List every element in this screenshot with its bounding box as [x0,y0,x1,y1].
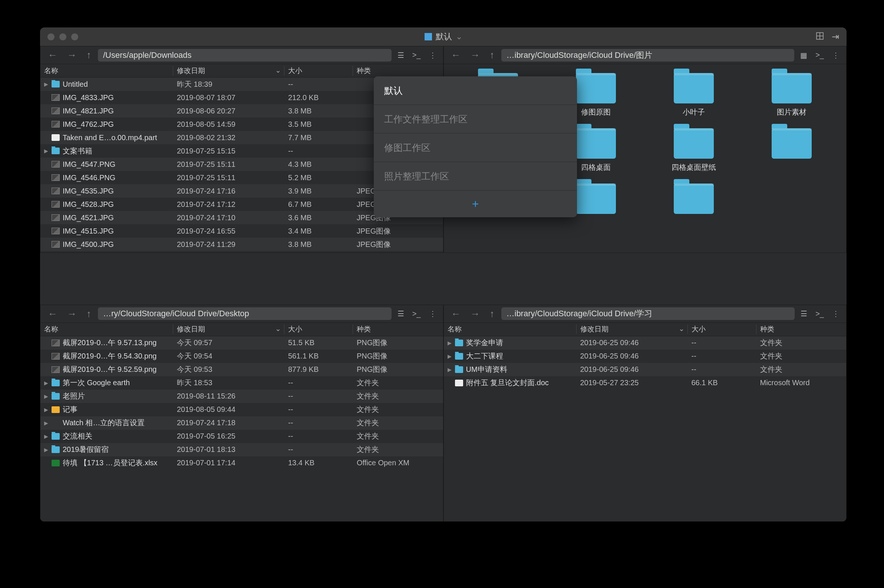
file-row[interactable]: 待填 【1713 …员登记表.xlsx2019-07-01 17:1413.4 … [41,456,443,470]
file-kind: 文件夹 [353,418,443,428]
folder-item[interactable]: 图片素材 [744,73,839,117]
file-row[interactable]: IMG_4515.JPG2019-07-24 16:553.4 MBJPEG图像 [41,224,443,238]
folder-item[interactable] [647,183,741,218]
file-date: 2019-08-06 20:27 [173,107,284,115]
header-name[interactable]: 名称 [41,66,173,76]
file-row[interactable]: ▶UM申请资料2019-06-25 09:46--文件夹 [444,363,846,376]
file-kind: 文件夹 [353,405,443,414]
file-date: 2019-08-05 14:59 [173,120,284,129]
minimize-icon[interactable] [59,33,66,40]
path-input[interactable]: …ibrary/CloudStorage/iCloud Drive/学习 [501,308,795,320]
up-button[interactable]: ↑ [487,308,498,320]
file-name: UM申请资料 [466,364,507,375]
path-input[interactable]: …ibrary/CloudStorage/iCloud Drive/图片 [501,49,795,62]
header-date[interactable]: 修改日期⌄ [173,324,284,334]
close-icon[interactable] [48,33,54,40]
file-size: -- [284,445,353,454]
folder-item[interactable]: 小叶子 [647,73,741,117]
layout-icon[interactable] [815,32,824,42]
file-kind: 文件夹 [353,431,443,441]
header-size[interactable]: 大小 [284,324,353,334]
icon-view-icon[interactable]: ▦ [798,51,809,60]
file-row[interactable]: ▶第一次 Google earth昨天 18:53--文件夹 [41,376,443,390]
file-row[interactable]: 截屏2019-0…午 9.52.59.png今天 09:53877.9 KBPN… [41,363,443,376]
folder-item[interactable] [744,128,839,172]
workspace-title: 默认 [436,31,452,42]
workspace-option[interactable]: 默认 [374,76,577,105]
file-row[interactable]: 截屏2019-0…午 9.57.13.png今天 09:5751.5 KBPNG… [41,336,443,350]
terminal-icon[interactable]: >_ [813,51,826,59]
file-row[interactable]: ▶交流相关2019-07-05 16:25--文件夹 [41,430,443,443]
folder-label: 四格桌面壁纸 [671,162,716,172]
workspace-option[interactable]: 照片整理工作区 [374,162,577,190]
more-icon[interactable]: ⋮ [427,51,439,60]
file-size: 51.5 KB [284,339,353,347]
up-button[interactable]: ↑ [83,49,94,61]
forward-button[interactable]: → [468,49,483,61]
workspace-switcher[interactable]: 默认 ⌄ [425,31,462,42]
more-icon[interactable]: ⋮ [830,51,842,60]
forward-button[interactable]: → [64,49,80,61]
file-row[interactable]: 截屏2019-0…午 9.54.30.png今天 09:54561.1 KBPN… [41,350,443,363]
up-button[interactable]: ↑ [487,49,498,61]
zoom-icon[interactable] [71,33,78,40]
header-date[interactable]: 修改日期⌄ [173,66,284,76]
workspace-option[interactable]: 工作文件整理工作区 [374,105,577,134]
file-row[interactable]: ▶Watch 相…立的语言设置2019-07-24 17:18--文件夹 [41,416,443,430]
file-row[interactable]: 附件五 复旦论文封面.doc2019-05-27 23:2566.1 KBMic… [444,376,846,390]
terminal-icon[interactable]: >_ [410,51,423,59]
column-headers: 名称 修改日期⌄ 大小 种类 [444,323,846,336]
forward-button[interactable]: → [64,308,80,320]
back-button[interactable]: ← [448,49,464,61]
header-kind[interactable]: 种类 [756,324,846,334]
folder-item[interactable]: 四格桌面壁纸 [647,128,741,172]
file-list[interactable]: ▶奖学金申请2019-06-25 09:46--文件夹▶大二下课程2019-06… [444,336,846,522]
header-date[interactable]: 修改日期⌄ [576,324,688,334]
header-size[interactable]: 大小 [284,66,353,76]
file-row[interactable]: ▶老照片2019-08-11 15:26--文件夹 [41,390,443,403]
list-view-icon[interactable]: ☰ [395,309,407,318]
file-date: 今天 09:53 [173,364,284,375]
file-kind: 文件夹 [756,364,846,375]
terminal-icon[interactable]: >_ [813,310,826,318]
up-button[interactable]: ↑ [83,308,94,320]
file-size: -- [284,405,353,414]
folder-icon [51,147,60,154]
more-icon[interactable]: ⋮ [427,309,439,318]
pane-bottom-right: ← → ↑ …ibrary/CloudStorage/iCloud Drive/… [443,305,847,522]
list-view-icon[interactable]: ☰ [798,309,809,318]
forward-button[interactable]: → [468,308,483,320]
header-kind[interactable]: 种类 [353,324,443,334]
path-input[interactable]: …ry/CloudStorage/iCloud Drive/Desktop [98,308,392,320]
list-view-icon[interactable]: ☰ [395,51,407,60]
file-row[interactable]: ▶奖学金申请2019-06-25 09:46--文件夹 [444,336,846,350]
file-kind: 文件夹 [353,391,443,401]
header-name[interactable]: 名称 [444,324,576,334]
terminal-icon[interactable]: >_ [410,310,423,318]
workspace-dropdown: 默认工作文件整理工作区修图工作区照片整理工作区+ [374,76,577,217]
workspace-option[interactable]: 修图工作区 [374,134,577,162]
back-button[interactable]: ← [45,49,60,61]
folder-icon [51,433,60,440]
add-workspace-button[interactable]: + [374,190,577,217]
header-name[interactable]: 名称 [41,324,173,334]
file-row[interactable]: IMG_4500.JPG2019-07-24 11:293.8 MBJPEG图像 [41,238,443,251]
more-icon[interactable]: ⋮ [830,309,842,318]
back-button[interactable]: ← [45,308,60,320]
file-row[interactable]: ▶记事2019-08-05 09:44--文件夹 [41,403,443,416]
path-input[interactable]: /Users/apple/Downloads [98,49,392,62]
file-date: 2019-05-27 23:25 [576,378,688,387]
disclosure-arrow-icon: ▶ [44,434,49,440]
file-row[interactable]: ▶大二下课程2019-06-25 09:46--文件夹 [444,350,846,363]
file-size: -- [284,392,353,400]
header-kind[interactable]: 种类 [353,66,443,76]
folder-icon [455,353,463,360]
file-name: Untitled [63,80,88,88]
header-size[interactable]: 大小 [688,324,756,334]
pin-icon[interactable]: ⇥ [832,32,839,42]
folder-icon [576,183,616,214]
file-row[interactable]: ▶2019暑假留宿2019-07-01 18:13--文件夹 [41,443,443,456]
back-button[interactable]: ← [448,308,464,320]
file-list[interactable]: 截屏2019-0…午 9.57.13.png今天 09:5751.5 KBPNG… [41,336,443,522]
disclosure-arrow-icon: ▶ [44,447,49,453]
